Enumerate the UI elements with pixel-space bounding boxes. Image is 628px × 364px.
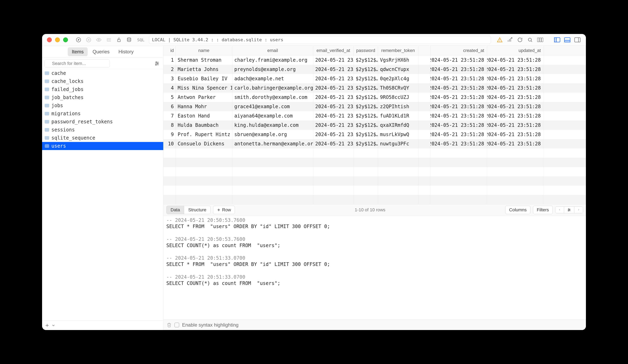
cell-remember-token[interactable]: nuwtgu3PFc [378,139,418,148]
cell-updated-at[interactable]: 2024-05-21 23:51:28 [487,74,544,83]
sidebar-item-migrations[interactable]: migrations [42,110,163,118]
syntax-highlight-checkbox[interactable] [174,323,179,327]
sidebar-search-input[interactable] [45,60,110,68]
connection-path-field[interactable]: LOCAL | SQLite 3.44.2 : : database.sqlit… [149,36,491,44]
table-body[interactable]: 1Sherman Stromancharley.frami@example.or… [163,55,586,204]
col-id[interactable]: id [163,46,176,55]
columns-button[interactable]: Columns [505,206,531,214]
sidebar-item-jobs[interactable]: jobs [42,101,163,110]
cell-remember-token[interactable]: Th0S8CRvQY [378,83,418,93]
cell-password[interactable]: $2y$12$… [354,74,378,83]
table-row[interactable]: 2Marietta Johnspreynolds@example.org2024… [163,65,586,74]
seg-structure-button[interactable]: Structure [184,206,210,214]
cell-updated-at[interactable]: 2024-05-21 23:51:28 [487,93,544,102]
cell-updated-at[interactable]: 2024-05-21 23:51:28 [487,121,544,130]
cell-email-verified[interactable]: 2024-05-21 23… [313,74,354,83]
cell-remember-token[interactable]: musrLkVpwQ [378,130,418,139]
cell-password[interactable]: $2y$12$… [354,55,378,65]
bottom-panel-toggle-icon[interactable] [564,36,571,44]
chart-icon[interactable] [506,36,513,44]
table-row[interactable]: 9Prof. Rupert Hintzsbruen@example.org202… [163,130,586,139]
sidebar-item-users[interactable]: users [42,142,163,150]
sidebar-item-sessions[interactable]: sessions [42,126,163,134]
cell-remember-token[interactable]: 0qe2pXlc4g [378,74,418,83]
cell-password[interactable]: $2y$12$… [354,93,378,102]
cell-email-verified[interactable]: 2024-05-21 23… [313,55,354,65]
query-log[interactable]: -- 2024-05-21 20:50:53.7600 SELECT * FRO… [163,216,586,319]
cell-remember-token[interactable]: z2QPIhtish [378,102,418,111]
col-password[interactable]: password [354,46,378,55]
cell-id[interactable]: 7 [163,111,176,121]
sliders-icon[interactable] [153,61,161,66]
table-row[interactable]: 7Easton Handaiyana64@example.com2024-05-… [163,111,586,121]
prev-page-button[interactable] [555,207,564,213]
indent-icon[interactable] [105,36,112,44]
cell-remember-token[interactable]: qxaXIRmfdQ [378,121,418,130]
cell-email-verified[interactable]: 2024-05-21 23… [313,121,354,130]
cell-email-verified[interactable]: 2024-05-21 23… [313,102,354,111]
seg-data-button[interactable]: Data [166,206,184,214]
sidebar-item-cache[interactable]: cache [42,69,163,77]
cell-email[interactable]: aiyana64@example.com [232,111,313,121]
col-name[interactable]: name [176,46,232,55]
zoom-window-button[interactable] [63,37,68,42]
table-row[interactable]: 8Hulda Baumbachking.hulda@example.com202… [163,121,586,130]
cell-email[interactable]: charley.frami@example.org [232,55,313,65]
sidebar-item-job-batches[interactable]: job_batches [42,93,163,101]
left-panel-toggle-icon[interactable] [553,36,561,44]
cell-updated-at[interactable]: 2024-05-21 23:51:28 [487,55,544,65]
sidebar-tab-history[interactable]: History [115,47,138,56]
cell-email[interactable]: preynolds@example.org [232,65,313,74]
cell-updated-at[interactable]: 2024-05-21 23:51:28 [487,111,544,121]
col-created-at[interactable]: created_at [431,46,487,55]
cell-created-at[interactable]: 2024-05-21 23:51:28 [431,139,487,148]
cell-id[interactable]: 9 [163,130,176,139]
cell-email[interactable]: antonetta.herman@example.org [232,139,313,148]
cell-created-at[interactable]: 2024-05-21 23:51:28 [431,65,487,74]
cell-email[interactable]: carlo.bahringer@example.org [232,83,313,93]
cell-id[interactable]: 2 [163,65,176,74]
cell-email-verified[interactable]: 2024-05-21 23… [313,139,354,148]
sidebar-tab-items[interactable]: Items [68,47,88,56]
cell-email-verified[interactable]: 2024-05-21 23… [313,93,354,102]
cell-email[interactable]: sbruen@example.org [232,130,313,139]
cell-updated-at[interactable]: 2024-05-21 23:51:28 [487,83,544,93]
cell-password[interactable]: $2y$12$… [354,111,378,121]
cell-id[interactable]: 8 [163,121,176,130]
cell-id[interactable]: 10 [163,139,176,148]
add-row-button[interactable]: Row [213,206,235,214]
panels-icon[interactable] [537,36,544,44]
cell-created-at[interactable]: 2024-05-21 23:51:28 [431,93,487,102]
cell-id[interactable]: 6 [163,102,176,111]
cell-email-verified[interactable]: 2024-05-21 23… [313,111,354,121]
table-row[interactable]: 1Sherman Stromancharley.frami@example.or… [163,55,586,65]
sidebar-item-cache-locks[interactable]: cache_locks [42,77,163,85]
filters-button[interactable]: Filters [533,206,553,214]
cell-password[interactable]: $2y$12$… [354,65,378,74]
cell-updated-at[interactable]: 2024-05-21 23:51:28 [487,102,544,111]
trash-icon[interactable] [167,322,171,328]
minimize-window-button[interactable] [55,37,60,42]
cell-email[interactable]: adach@example.net [232,74,313,83]
cell-password[interactable]: $2y$12$… [354,102,378,111]
warning-icon[interactable] [496,36,503,44]
cell-id[interactable]: 4 [163,83,176,93]
cell-password[interactable]: $2y$12$… [354,139,378,148]
cell-email-verified[interactable]: 2024-05-21 23… [313,130,354,139]
cell-password[interactable]: $2y$12$… [354,130,378,139]
cell-id[interactable]: 1 [163,55,176,65]
cell-created-at[interactable]: 2024-05-21 23:51:28 [431,111,487,121]
table-row[interactable]: 5Antwon Parkersmith.dorothy@example.com2… [163,93,586,102]
cell-password[interactable]: $2y$12$… [354,121,378,130]
cell-name[interactable]: Eusebio Bailey IV [176,74,232,83]
sidebar-item-password-reset-tokens[interactable]: password_reset_tokens [42,118,163,126]
plus-icon[interactable] [45,323,49,328]
col-remember-token[interactable]: remember_token [378,46,418,55]
cell-name[interactable]: Marietta Johns [176,65,232,74]
cell-created-at[interactable]: 2024-05-21 23:51:28 [431,121,487,130]
cell-name[interactable]: Consuelo Dickens [176,139,232,148]
cell-name[interactable]: Sherman Stroman [176,55,232,65]
cell-created-at[interactable]: 2024-05-21 23:51:28 [431,74,487,83]
cell-email-verified[interactable]: 2024-05-21 23… [313,65,354,74]
page-settings-button[interactable] [564,207,574,213]
